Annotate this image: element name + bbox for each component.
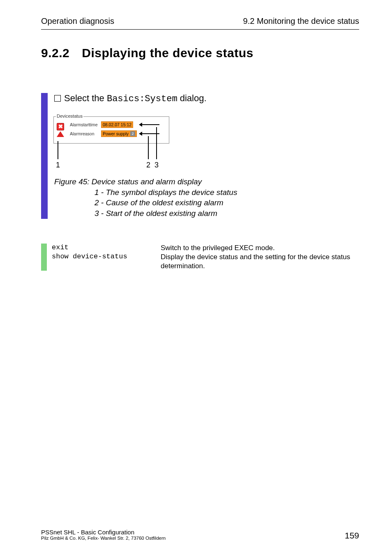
footer-line-2: Pilz GmbH & Co. KG, Felix- Wankel Str. 2… [41,536,359,541]
green-sidebar [41,244,47,271]
callout-arrow-2 [142,133,159,134]
blue-sidebar [41,93,48,219]
command-row-1: exit Switch to the privileged EXEC mode. [52,244,359,253]
alarm-reason-value: Power supply2 [101,130,137,137]
alarm-reason-badge: 2 [130,131,135,136]
cli-instruction-block: exit Switch to the privileged EXEC mode.… [41,244,359,271]
page-footer: PSSnet SHL - Basic Configuration Pilz Gm… [41,529,359,541]
alarm-reason-label: Alarmreason [70,131,101,136]
figure-caption: Figure 45: Device status and alarm displ… [54,176,359,219]
command-row-2: show device-status Display the device st… [52,253,359,271]
callout-line-3 [156,127,157,159]
callout-line-2 [148,136,149,159]
alarm-starttime-row: Alarmstarttime 08.02.07 15:12 [70,121,133,128]
select-line: Select the Basics:System dialog. [54,93,359,104]
caption-line-0: Figure 45: Device status and alarm displ… [54,176,359,187]
fieldset-legend: Devicestatus [56,114,83,118]
gui-instruction-content: Select the Basics:System dialog. Devices… [54,93,359,219]
callout-number-3: 3 [154,161,159,169]
page: Operation diagnosis 9.2 Monitoring the d… [0,0,392,557]
select-code: Basics:System [107,94,178,104]
caption-line-3: 3 - Start of the oldest existing alarm [95,208,359,219]
alarm-starttime-value: 08.02.07 15:12 [101,121,133,128]
command-1-desc: Switch to the privileged EXEC mode. [161,244,359,253]
page-header: Operation diagnosis 9.2 Monitoring the d… [41,16,359,26]
alarm-reason-row: Alarmreason Power supply2 [70,130,137,137]
checkbox-icon [54,95,61,102]
alarm-starttime-label: Alarmstarttime [70,122,101,127]
header-left: Operation diagnosis [41,16,114,26]
alarm-reason-text: Power supply [103,131,129,137]
callout-number-2: 2 [146,161,150,169]
command-table: exit Switch to the privileged EXEC mode.… [52,244,359,271]
section-title: Displaying the device status [82,46,253,60]
footer-line-1: PSSnet SHL - Basic Configuration [41,529,359,536]
command-2-desc: Display the device status and the settin… [161,253,359,271]
warning-triangle-icon [57,131,64,137]
section-number: 9.2.2 [41,46,69,60]
devicestatus-figure: Devicestatus ✖ Alarmstarttime 08.02.07 1… [51,114,359,171]
devicestatus-fieldset: Devicestatus ✖ Alarmstarttime 08.02.07 1… [51,114,174,151]
section-heading: 9.2.2Displaying the device status [41,46,359,60]
error-x-icon: ✖ [57,123,64,130]
caption-line-1: 1 - The symbol displays the device statu… [95,187,359,198]
callout-number-1: 1 [56,161,60,169]
gui-instruction-block: Select the Basics:System dialog. Devices… [41,93,359,219]
command-1: exit [52,244,161,253]
header-rule [41,29,359,30]
caption-line-2: 2 - Cause of the oldest existing alarm [95,197,359,208]
callout-line-1 [58,141,58,159]
callout-arrow-3 [142,124,159,125]
callout-lines: 1 2 3 [48,152,179,171]
fieldset-border [53,116,169,144]
command-2: show device-status [52,253,161,271]
status-icon-stack: ✖ [57,123,67,138]
select-post: dialog. [178,93,207,103]
page-number: 159 [345,531,359,541]
header-right: 9.2 Monitoring the device status [243,16,359,26]
select-pre: Select the [64,93,107,103]
